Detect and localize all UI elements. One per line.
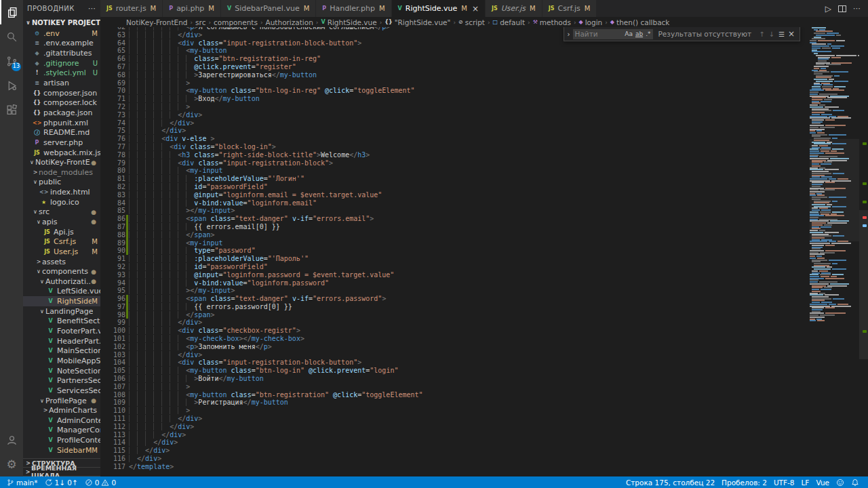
tree-item-sidebarm...[interactable]: VSidebarM...M (23, 445, 100, 455)
tree-item-composer.json[interactable]: {}composer.json (23, 88, 100, 98)
tree-item-.gitignore[interactable]: ◆.gitignoreU (23, 58, 100, 68)
sync-item[interactable]: 1↓ 0↑ (41, 476, 81, 488)
tree-item-partnerssectio...[interactable]: VPartnersSectio... (23, 375, 100, 386)
toggle-replace-icon[interactable]: › (568, 30, 570, 38)
tab-user.js[interactable]: JSUser.jsM (486, 0, 542, 17)
breadcrumb-item[interactable]: ◆login (579, 18, 603, 26)
run-debug-icon[interactable] (0, 73, 23, 98)
more-actions-icon[interactable]: ⋯ (853, 4, 861, 13)
tree-item-headerpart.vue[interactable]: VHeaderPart.vue (23, 336, 100, 346)
code-editor[interactable]: 62 <p>Я соглашаюсь с пользовательским со… (100, 27, 868, 476)
tab-sidebarpanel.vue[interactable]: VSidebarPanel.vueM (221, 0, 316, 17)
tree-item-readme.md[interactable]: iREADME.md (23, 127, 100, 138)
status-cursor-position[interactable]: Строка 175, столбец 22 (623, 476, 718, 488)
sidebar-section-временная-шкала[interactable]: >ВРЕМЕННАЯ ШКАЛА (23, 468, 100, 476)
tree-item-phpunit.xml[interactable]: <>phpunit.xml (23, 118, 100, 128)
tree-item-logo.ico[interactable]: ★logo.ico (23, 197, 100, 207)
feedback-smiley-icon[interactable] (833, 476, 848, 488)
status-encoding[interactable]: UTF-8 (770, 476, 798, 488)
tree-item-admincharts[interactable]: >AdminCharts (23, 405, 100, 415)
git-branch-item[interactable]: main* (3, 476, 41, 488)
tree-item-profilepage[interactable]: ∨ProfilePage● (23, 396, 100, 406)
match-case-icon[interactable]: Aa (625, 30, 633, 37)
tree-item-mobileappsect...[interactable]: VMobileAppSect... (23, 356, 100, 366)
tree-item-rightside....[interactable]: VRightSide....M (23, 296, 100, 306)
minimap-line (810, 248, 859, 249)
close-tab-icon[interactable]: × (472, 4, 479, 14)
whole-word-icon[interactable]: ab (635, 30, 643, 37)
tree-item-servicessectio...[interactable]: VServicesSectio... (23, 386, 100, 396)
gutter-modified-indicator (126, 335, 128, 343)
tree-item-api.js[interactable]: JSApi.js (23, 227, 100, 237)
project-section-header[interactable]: ∨ NOTIKEY PROJECT (23, 17, 100, 28)
breadcrumb-item[interactable]: ⚒methods (533, 18, 571, 26)
tree-item-server.php[interactable]: Pserver.php (23, 138, 100, 148)
breadcrumb-item[interactable]: Authorization (266, 18, 313, 26)
tree-item-index.html[interactable]: <>index.html (23, 187, 100, 197)
notifications-bell-icon[interactable] (848, 476, 863, 488)
tree-item-mainsection.vue[interactable]: VMainSection.vue (23, 346, 100, 357)
problems-item[interactable]: 0 0 (81, 476, 119, 488)
tree-item-components[interactable]: ∨components● (23, 266, 100, 277)
tab-api.php[interactable]: Papi.phpM (163, 0, 221, 17)
split-editor-icon[interactable] (838, 5, 846, 12)
settings-gear-icon[interactable]: ⚙ (0, 452, 23, 476)
breadcrumb-item[interactable]: ◆then() callback (610, 18, 670, 26)
tree-item-footerpart.vue[interactable]: VFooterPart.vue (23, 326, 100, 336)
breadcrumb-item[interactable]: components (214, 18, 258, 26)
close-find-icon[interactable]: × (788, 29, 795, 39)
status-language-mode[interactable]: Vue (812, 476, 833, 488)
tree-item-managerconte...[interactable]: VManagerConte... (23, 426, 100, 436)
tree-item-.env.example[interactable]: ≡.env.example (23, 39, 100, 49)
find-next-icon[interactable]: ↓ (769, 30, 774, 38)
explorer-more-actions[interactable]: ⋯ (88, 4, 96, 13)
extensions-icon[interactable] (0, 98, 23, 122)
tree-item-.styleci.yml[interactable]: !.styleci.ymlU (23, 68, 100, 79)
status-indentation[interactable]: Пробелов: 2 (718, 476, 770, 488)
search-icon[interactable] (0, 24, 23, 49)
tree-item-benefitsection....[interactable]: VBenefitSection.... (23, 317, 100, 327)
tab-csrf.js[interactable]: JSCsrf.jsM (542, 0, 597, 17)
find-in-selection-icon[interactable]: ☰ (778, 30, 784, 38)
status-eol[interactable]: LF (798, 476, 813, 488)
tree-item-assets[interactable]: >assets (23, 257, 100, 267)
tree-item-webpack.mix.js[interactable]: JSwebpack.mix.js (23, 148, 100, 158)
tree-item-csrf.js[interactable]: JSCsrf.jsM (23, 237, 100, 247)
explorer-icon[interactable] (0, 0, 23, 24)
tree-item-node_modules[interactable]: >node_modules (23, 167, 100, 178)
breadcrumb-item[interactable]: src (195, 18, 205, 26)
breadcrumb-item[interactable]: □default (493, 18, 526, 26)
breadcrumb-item[interactable]: ⊘script (458, 18, 485, 26)
find-previous-icon[interactable]: ↑ (759, 30, 764, 38)
tab-router.js[interactable]: JSrouter.jsM (100, 0, 163, 17)
tree-item-notesection.vue[interactable]: VNoteSection.vue (23, 366, 100, 376)
tab-rightside.vue[interactable]: VRightSide.vueM× (392, 0, 486, 17)
tree-item-leftside.vue[interactable]: VLeftSide.vue (23, 287, 100, 297)
tree-item-admincontent....[interactable]: VAdminContent.... (23, 415, 100, 426)
breadcrumb-label: then() callback (616, 18, 669, 26)
tree-item-src[interactable]: ∨src● (23, 207, 100, 218)
tab-handler.php[interactable]: PHandler.phpM (316, 0, 391, 17)
tree-item-apis[interactable]: ∨apis● (23, 217, 100, 227)
breadcrumb-item[interactable]: {}"RightSide.vue" (384, 18, 450, 26)
tree-item-.env[interactable]: ⚙.envM (23, 28, 100, 39)
tree-item-artisan[interactable]: ≡artisan (23, 78, 100, 88)
minimap[interactable] (810, 27, 859, 476)
breadcrumb-item[interactable]: VRightSide.vue (321, 18, 376, 26)
tree-item-composer.lock[interactable]: {}composer.lock (23, 98, 100, 108)
tree-item-public[interactable]: ∨public (23, 178, 100, 188)
tree-item-notikey-fronte...[interactable]: ∨NotiKey-FrontE...● (23, 157, 100, 167)
breadcrumb-item[interactable]: NotiKey-FrontEnd (126, 18, 187, 26)
run-file-icon[interactable]: ▷ (825, 4, 831, 14)
scrollbar-slider[interactable] (859, 210, 868, 359)
account-icon[interactable] (0, 428, 23, 452)
regex-icon[interactable]: .* (646, 30, 650, 37)
tree-item-landingpage[interactable]: ∨LandingPage (23, 306, 100, 317)
tree-item-.gitattributes[interactable]: ◆.gitattributes (23, 48, 100, 58)
find-input[interactable]: Найти Aa ab .* (573, 29, 653, 39)
tree-item-package.json[interactable]: {}package.json (23, 108, 100, 118)
tree-item-user.js[interactable]: JSUser.jsM (23, 247, 100, 257)
source-control-icon[interactable]: 13 (0, 49, 23, 73)
tree-item-profilecontent....[interactable]: VProfileContent.... (23, 435, 100, 445)
tree-item-authorizati...[interactable]: ∨Authorizati...● (23, 277, 100, 287)
